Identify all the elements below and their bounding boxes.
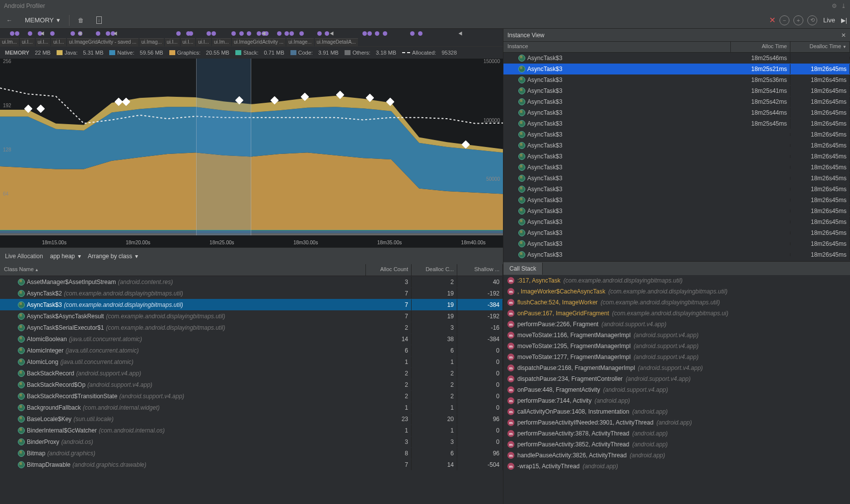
stack-frame[interactable]: monPause:448, FragmentActivity (android.… (503, 384, 850, 395)
table-row[interactable]: AtomicInteger (java.util.concurrent.atom… (0, 345, 503, 356)
table-row[interactable]: AtomicLong (java.util.concurrent.atomic)… (0, 356, 503, 367)
stack-frame[interactable]: mmoveToState:1277, FragmentManagerImpl (… (503, 352, 850, 362)
list-item[interactable]: AsyncTask$318m25s44ms18m26s45ms (503, 107, 850, 118)
back-button[interactable]: ← (3, 14, 16, 27)
list-item[interactable]: AsyncTask$318m26s45ms (503, 140, 850, 151)
stack-frame[interactable]: mperformPauseActivity:3878, ActivityThre… (503, 428, 850, 439)
table-row[interactable]: AsyncTask$3 (com.example.android.display… (0, 299, 503, 310)
export-button[interactable]: ↓ (92, 14, 105, 27)
stack-frame[interactable]: mperformPause:2266, Fragment (android.su… (503, 319, 850, 330)
col-dealloc-count[interactable]: Dealloc C... (412, 264, 457, 276)
reset-zoom-button[interactable]: ⟲ (807, 15, 817, 25)
event-tab[interactable]: ui.ImageDetailA... (315, 38, 358, 46)
table-row[interactable]: BackgroundFallback (com.android.internal… (0, 402, 503, 413)
event-tab[interactable]: ui.Im... (212, 38, 231, 46)
col-alloc-count[interactable]: Alloc Count (366, 264, 412, 276)
close-icon[interactable]: ✕ (769, 15, 776, 25)
class-icon (518, 120, 525, 127)
stack-frame[interactable]: mperformPauseActivity:3852, ActivityThre… (503, 439, 850, 450)
list-item[interactable]: AsyncTask$318m25s42ms18m26s45ms (503, 96, 850, 107)
stack-frame[interactable]: mdispatchPause:2168, FragmentManagerImpl… (503, 362, 850, 373)
stack-frame[interactable]: mperformPauseActivityIfNeeded:3901, Acti… (503, 417, 850, 428)
zoom-in-button[interactable]: + (793, 15, 803, 25)
event-tab[interactable]: ui.I... (165, 38, 180, 46)
col-alloc-time[interactable]: Alloc Time (731, 42, 790, 52)
table-row[interactable]: AsyncTask$2 (com.example.android.display… (0, 288, 503, 299)
stack-frame[interactable]: mperformPause:7144, Activity (android.ap… (503, 395, 850, 406)
col-instance[interactable]: Instance (503, 42, 731, 52)
table-row[interactable]: BaseLocale$Key (sun.util.locale)232096 (0, 413, 503, 425)
gear-icon[interactable]: ⚙ (832, 2, 837, 9)
package-name: (com.android.internal.widget) (83, 404, 160, 411)
list-item[interactable]: AsyncTask$318m26s45ms (503, 206, 850, 216)
event-dot (106, 31, 110, 36)
event-tab[interactable]: ui.I... (196, 38, 211, 46)
list-item[interactable]: AsyncTask$318m25s41ms18m26s45ms (503, 85, 850, 96)
list-item[interactable]: AsyncTask$318m25s36ms18m26s45ms (503, 74, 850, 85)
list-item[interactable]: AsyncTask$318m25s45ms18m26s45ms (503, 118, 850, 129)
col-class-name[interactable]: Class Name▲ (0, 264, 366, 276)
close-icon[interactable]: ✕ (841, 32, 846, 39)
table-row[interactable]: BackStackRecord (android.support.v4.app)… (0, 367, 503, 379)
table-row[interactable]: AtomicBoolean (java.util.concurrent.atom… (0, 333, 503, 345)
heap-dropdown[interactable]: app heap▾ (50, 253, 81, 260)
list-item[interactable]: AsyncTask$318m26s45ms (503, 227, 850, 238)
event-tab[interactable]: ui.I... (36, 38, 51, 46)
table-row[interactable]: BackStackRecord$TransitionState (android… (0, 390, 503, 402)
stack-frame[interactable]: mhandlePauseActivity:3826, ActivityThrea… (503, 450, 850, 461)
col-shallow[interactable]: Shallow ... (457, 264, 503, 276)
event-dot (212, 31, 216, 36)
list-item[interactable]: AsyncTask$318m26s45ms (503, 173, 850, 184)
stack-frame[interactable]: m:317, AsyncTask (com.example.android.di… (503, 275, 850, 286)
event-tab[interactable]: ui.ImageGridActivity - saved ... (67, 38, 139, 46)
list-item[interactable]: AsyncTask$318m26s45ms (503, 151, 850, 162)
minimize-icon[interactable]: ⤓ (841, 2, 846, 9)
table-row[interactable]: BackStackRecord$Op (android.support.v4.a… (0, 379, 503, 390)
table-row[interactable]: AsyncTask$SerialExecutor$1 (com.example.… (0, 322, 503, 333)
list-item[interactable]: AsyncTask$318m25s46ms (503, 53, 850, 64)
method-icon: m (507, 397, 514, 404)
arrange-dropdown[interactable]: Arrange by class▾ (88, 253, 138, 260)
col-dealloc-time[interactable]: Dealloc Time ▼ (790, 42, 850, 52)
table-row[interactable]: AsyncTask$AsyncTaskResult (com.example.a… (0, 310, 503, 322)
memory-chart[interactable]: 256192128641500001000005000018m15.00s18m… (0, 59, 503, 247)
allocation-filter-bar: Live Allocation app heap▾ Arrange by cla… (0, 247, 503, 264)
stack-frame[interactable]: mmoveToState:1295, FragmentManagerImpl (… (503, 341, 850, 352)
table-row[interactable]: BinderProxy (android.os)330 (0, 436, 503, 447)
list-item[interactable]: AsyncTask$318m26s45ms (503, 195, 850, 206)
list-item[interactable]: AsyncTask$318m26s45ms (503, 238, 850, 249)
event-tab[interactable]: ui.Im... (0, 38, 19, 46)
event-tab[interactable]: ui.I... (20, 38, 35, 46)
event-dot (247, 31, 251, 36)
list-item[interactable]: AsyncTask$318m26s45ms (503, 184, 850, 195)
event-tab[interactable]: ui.I... (51, 38, 66, 46)
event-tab[interactable]: ui.ImageGridActivity ... (232, 38, 285, 46)
list-item[interactable]: AsyncTask$318m26s45ms (503, 129, 850, 140)
stack-frame[interactable]: mcallActivityOnPause:1408, Instrumentati… (503, 406, 850, 417)
tab-callstack[interactable]: Call Stack (503, 263, 543, 275)
stack-frame[interactable]: mdispatchPause:234, FragmentController (… (503, 373, 850, 384)
method-icon: m (507, 354, 514, 360)
selection-range[interactable] (196, 59, 251, 235)
skip-end-button[interactable]: ▶| (841, 17, 847, 24)
profiler-mode-dropdown[interactable]: MEMORY ▾ (21, 15, 64, 25)
zoom-out-button[interactable]: − (779, 15, 789, 25)
list-item[interactable]: AsyncTask$318m26s45ms (503, 216, 850, 227)
delete-button[interactable]: 🗑 (74, 14, 87, 27)
list-item[interactable]: AsyncTask$318m25s21ms18m26s45ms (503, 64, 850, 74)
stack-frame[interactable]: m, ImageWorker$CacheAsyncTask (com.examp… (503, 286, 850, 297)
stack-frame[interactable]: monPause:167, ImageGridFragment (com.exa… (503, 308, 850, 319)
live-button[interactable]: Live (821, 16, 837, 24)
table-row[interactable]: BitmapDrawable (android.graphics.drawabl… (0, 459, 503, 470)
event-tab[interactable]: ui.Image... (286, 38, 314, 46)
event-tab[interactable]: ui.I... (181, 38, 196, 46)
event-tab[interactable]: ui.Imag... (140, 38, 164, 46)
stack-frame[interactable]: mmoveToState:1166, FragmentManagerImpl (… (503, 330, 850, 341)
table-row[interactable]: AssetManager$AssetInputStream (android.c… (0, 276, 503, 288)
table-row[interactable]: Bitmap (android.graphics)8696 (0, 447, 503, 459)
list-item[interactable]: AsyncTask$318m26s45ms (503, 249, 850, 260)
list-item[interactable]: AsyncTask$318m26s45ms (503, 162, 850, 173)
stack-frame[interactable]: mflushCache:524, ImageWorker (com.exampl… (503, 297, 850, 308)
stack-frame[interactable]: m-wrap15, ActivityThread (android.app) (503, 461, 850, 472)
table-row[interactable]: BinderInternal$GcWatcher (com.android.in… (0, 425, 503, 436)
